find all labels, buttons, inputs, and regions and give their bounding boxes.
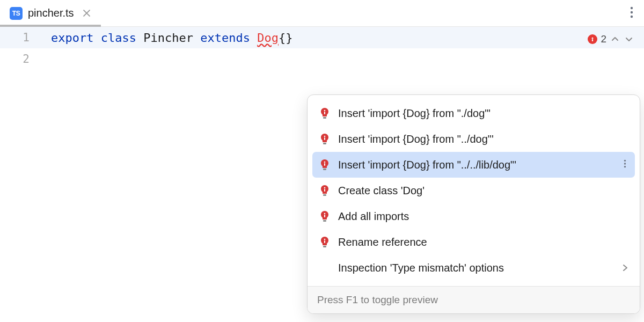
svg-rect-17: [323, 194, 326, 196]
svg-point-2: [631, 15, 633, 17]
quickfix-label: Create class 'Dog': [338, 185, 628, 197]
error-icon: [588, 34, 597, 44]
next-error-button[interactable]: [624, 35, 634, 43]
editor-area[interactable]: 1 export class Pincher extends Dog{} 2 2…: [0, 27, 644, 322]
quickfix-label: Rename reference: [338, 236, 628, 248]
quickfix-label: Insert 'import {Dog} from "./dog"': [338, 107, 628, 120]
svg-point-3: [592, 38, 594, 39]
quickfix-label: Insert 'import {Dog} from "../dog"': [338, 133, 628, 145]
keyword-extends: extends: [200, 31, 250, 45]
prev-error-button[interactable]: [610, 35, 620, 43]
quickfix-label: Insert 'import {Dog} from "../../lib/dog…: [338, 159, 621, 171]
line-number: 1: [0, 31, 51, 44]
svg-point-14: [624, 159, 626, 161]
bulb-error-icon: [319, 107, 331, 119]
svg-rect-7: [324, 112, 325, 114]
item-more-button[interactable]: [621, 159, 628, 171]
braces: {}: [279, 31, 293, 45]
more-menu-button[interactable]: [630, 6, 633, 20]
svg-rect-4: [592, 39, 593, 41]
svg-point-0: [631, 6, 633, 9]
editor-tab[interactable]: TS pincher.ts: [0, 0, 101, 26]
inspection-widget[interactable]: 2: [588, 33, 634, 45]
quickfix-item-import-1[interactable]: Insert 'import {Dog} from "./dog"': [312, 100, 635, 126]
code-content[interactable]: export class Pincher extends Dog{}: [51, 31, 292, 45]
bulb-error-icon: [319, 133, 331, 145]
svg-rect-22: [324, 215, 325, 217]
svg-rect-11: [323, 169, 326, 170]
popup-footer-hint: Press F1 to toggle preview: [308, 286, 640, 313]
svg-point-6: [324, 110, 326, 112]
quickfix-item-rename-reference[interactable]: Rename reference: [312, 229, 635, 255]
quickfix-popup: Insert 'import {Dog} from "./dog"' Inser…: [307, 94, 640, 314]
quickfix-item-import-3[interactable]: Insert 'import {Dog} from "../../lib/dog…: [312, 152, 635, 178]
bulb-error-icon: [319, 159, 331, 171]
class-name: Pincher: [143, 31, 193, 45]
close-tab-button[interactable]: [83, 9, 91, 18]
svg-point-9: [324, 136, 326, 137]
line-number: 2: [0, 53, 51, 65]
tab-filename: pincher.ts: [28, 7, 74, 19]
keyword-export: export: [51, 31, 93, 45]
svg-rect-23: [323, 246, 326, 247]
svg-point-18: [324, 187, 326, 189]
svg-point-15: [624, 163, 626, 164]
code-line[interactable]: 1 export class Pincher extends Dog{}: [0, 27, 644, 48]
svg-point-24: [324, 239, 326, 240]
svg-rect-10: [324, 137, 325, 140]
chevron-right-icon: [622, 262, 628, 274]
svg-rect-8: [323, 143, 326, 144]
svg-point-21: [324, 213, 326, 215]
quickfix-item-add-all-imports[interactable]: Add all imports: [312, 203, 635, 229]
svg-rect-5: [323, 117, 326, 119]
svg-rect-25: [324, 240, 325, 243]
bulb-error-icon: [319, 185, 331, 196]
svg-point-16: [624, 166, 626, 167]
svg-point-1: [631, 11, 633, 13]
typescript-icon: TS: [10, 7, 23, 20]
quickfix-item-create-class[interactable]: Create class 'Dog': [312, 178, 635, 203]
bulb-error-icon: [319, 210, 331, 222]
svg-rect-20: [323, 220, 326, 222]
code-line[interactable]: 2: [0, 48, 644, 70]
quickfix-item-import-2[interactable]: Insert 'import {Dog} from "../dog"': [312, 126, 635, 152]
quickfix-label: Inspection 'Type mismatch' options: [338, 262, 622, 274]
error-reference[interactable]: Dog: [257, 31, 279, 45]
keyword-class: class: [101, 31, 136, 45]
quickfix-label: Add all imports: [338, 210, 628, 223]
svg-point-12: [324, 162, 326, 163]
bulb-error-icon: [319, 236, 331, 248]
error-count: 2: [601, 33, 606, 45]
svg-rect-13: [324, 163, 325, 166]
quickfix-item-inspection-options[interactable]: Inspection 'Type mismatch' options: [312, 255, 635, 281]
svg-rect-19: [324, 189, 325, 192]
